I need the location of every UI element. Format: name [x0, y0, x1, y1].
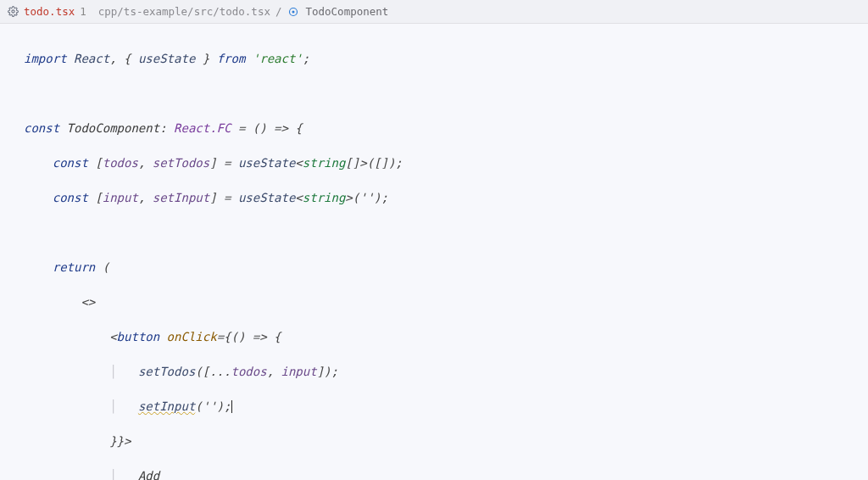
code-editor[interactable]: import React, { useState } from 'react';… [0, 24, 868, 480]
code-line[interactable]: <button onClick={() => { [24, 328, 868, 346]
code-line[interactable]: const TodoComponent: React.FC = () => { [24, 120, 868, 137]
settings-icon [7, 6, 19, 18]
breadcrumb-symbol[interactable]: TodoComponent [305, 5, 388, 18]
code-line[interactable]: <> [24, 293, 868, 311]
code-line[interactable]: │ Add [24, 467, 868, 481]
code-line[interactable] [24, 224, 868, 242]
tab-modified-badge: 1 [80, 5, 86, 18]
breadcrumb-path[interactable]: cpp/ts-example/src/todo.tsx [98, 5, 270, 18]
tab-filename[interactable]: todo.tsx [24, 5, 75, 18]
component-icon [288, 7, 298, 17]
code-line[interactable]: }}> [24, 433, 868, 450]
code-line[interactable]: import React, { useState } from 'react'; [24, 50, 868, 68]
text-cursor [231, 400, 232, 413]
svg-point-0 [11, 10, 14, 13]
svg-point-2 [292, 10, 295, 13]
editor-top-bar: todo.tsx 1 cpp/ts-example/src/todo.tsx/ … [0, 0, 868, 24]
code-line[interactable]: const [input, setInput] = useState<strin… [24, 189, 868, 207]
code-line[interactable]: return ( [24, 259, 868, 276]
code-line[interactable]: const [todos, setTodos] = useState<strin… [24, 154, 868, 172]
code-line[interactable]: │ setTodos([...todos, input]); [24, 363, 868, 381]
code-line[interactable]: │ setInput(''); [24, 398, 868, 416]
code-line[interactable] [24, 85, 868, 103]
